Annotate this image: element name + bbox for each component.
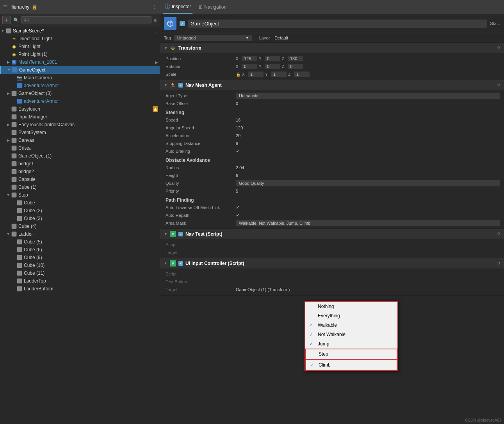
rotation-y-value[interactable]: 0 (265, 64, 280, 69)
popup-item-nothing[interactable]: Nothing (305, 302, 397, 311)
gameobject-enabled-checkbox[interactable]: ✓ (180, 21, 185, 26)
options-icon[interactable]: ⋮ (154, 29, 158, 33)
hierarchy-item-gameobject[interactable]: ▼ GameObject (0, 66, 160, 74)
hierarchy-item-bridge2[interactable]: bridge2 (0, 168, 160, 175)
hierarchy-item-ladderbottom[interactable]: LadderBottom (0, 285, 160, 293)
position-x-value[interactable]: 125 (242, 56, 257, 61)
nav-test-help-icon[interactable]: ? (497, 231, 500, 237)
hierarchy-item-meshterrain[interactable]: ▶ M MeshTerrain_1001 ▶ (0, 58, 160, 66)
speed-value[interactable]: 16 (236, 118, 500, 122)
hierarchy-item-step[interactable]: ▼ Step (0, 191, 160, 199)
height-value[interactable]: 6 (236, 173, 500, 178)
position-y-field[interactable]: Y 0 (259, 56, 280, 61)
hierarchy-item-cube-10[interactable]: Cube (10) (0, 261, 160, 269)
scale-z-value[interactable]: 1 (294, 72, 310, 77)
hierarchy-item-cube-11[interactable]: Cube (11) (0, 269, 160, 277)
target-label: Target (166, 250, 236, 255)
hierarchy-item-cristal[interactable]: Cristal (0, 144, 160, 152)
area-mask-popup[interactable]: Nothing Everything ✓ Walkable ✓ Not Walk… (305, 301, 398, 371)
hierarchy-item-cube-9[interactable]: Cube (9) (0, 254, 160, 261)
auto-repath-checkbox[interactable]: ✓ (236, 213, 240, 218)
search-input[interactable] (21, 16, 151, 23)
hierarchy-item-directional-light[interactable]: ☀ Directional Light (0, 35, 160, 43)
scale-y-value[interactable]: 1 (271, 72, 287, 77)
hierarchy-item-laddertop[interactable]: LadderTop (0, 277, 160, 285)
area-mask-dropdown[interactable]: Walkable, Not Walkable, Jump, Climb (236, 220, 500, 226)
radius-value[interactable]: 2.04 (236, 165, 500, 170)
hierarchy-item-samplescene[interactable]: ▼ SampleScene* ⋮ (0, 27, 160, 35)
tag-dropdown[interactable]: Untagged ▼ (174, 35, 252, 41)
hierarchy-item-main-camera[interactable]: 📷 Main Camera (0, 74, 160, 82)
hierarchy-item-capsule[interactable]: Capsule (0, 175, 160, 183)
stopping-distance-value[interactable]: 8 (236, 141, 500, 146)
auto-braking-checkbox[interactable]: ✓ (236, 148, 240, 154)
hierarchy-item-adventurer-armor[interactable]: adventurerArmor (0, 82, 160, 89)
popup-item-climb[interactable]: ✓ Climb (305, 360, 397, 370)
menu-icon[interactable]: ⋮ (153, 5, 157, 9)
hierarchy-item-cube-step1[interactable]: Cube (0, 199, 160, 207)
ui-input-help-icon[interactable]: ? (497, 261, 500, 267)
navmesh-enabled-checkbox[interactable]: ✓ (178, 83, 183, 88)
hierarchy-item-cube-6[interactable]: Cube (6) (0, 246, 160, 254)
scale-z-field[interactable]: Z 1 (288, 72, 310, 77)
popup-item-not-walkable[interactable]: ✓ Not Walkable (305, 330, 397, 339)
transform-header[interactable]: ▼ ⊕ Transform ? (160, 43, 504, 53)
hierarchy-item-cube-step3[interactable]: Cube (3) (0, 215, 160, 222)
transform-help-icon[interactable]: ? (497, 45, 500, 51)
hierarchy-item-eventsystem[interactable]: EventSystem (0, 129, 160, 136)
scale-y-field[interactable]: Y 1 (265, 72, 287, 77)
hierarchy-item-cube-4[interactable]: Cube (4) (0, 222, 160, 230)
angular-speed-value[interactable]: 120 (236, 125, 500, 130)
hierarchy-item-cube-1[interactable]: Cube (1) (0, 183, 160, 191)
hierarchy-item-easytouch[interactable]: Easytouch (0, 105, 160, 113)
position-z-field[interactable]: Z 130 (282, 56, 303, 61)
hierarchy-item-cube-5[interactable]: Cube (5) (0, 238, 160, 246)
scale-x-value[interactable]: 1 (248, 72, 264, 77)
navmesh-header[interactable]: ▼ 🏃 ✓ Nav Mesh Agent ? (160, 80, 504, 90)
nav-test-enabled-checkbox[interactable]: ✓ (178, 232, 183, 236)
lock-icon[interactable]: 🔒 (32, 4, 37, 10)
rotation-z-field[interactable]: Z 0 (282, 64, 303, 69)
hierarchy-item-point-light-1[interactable]: ◉ Point Light (1) (0, 50, 160, 58)
rotation-y-field[interactable]: Y 0 (259, 64, 280, 69)
hierarchy-item-cube-step2[interactable]: Cube (2) (0, 207, 160, 215)
rotation-z-value[interactable]: 0 (288, 64, 303, 69)
position-z-value[interactable]: 130 (288, 56, 303, 61)
hierarchy-item-ladder[interactable]: ▼ Ladder (0, 230, 160, 238)
ui-input-enabled-checkbox[interactable]: ✓ (178, 261, 183, 266)
position-y-value[interactable]: 0 (265, 56, 280, 61)
ui-input-script-row: Script (160, 270, 504, 278)
priority-value[interactable]: 5 (236, 189, 500, 193)
popup-item-everything[interactable]: Everything (305, 311, 397, 320)
hierarchy-item-gameobject-1[interactable]: GameObject (1) (0, 152, 160, 160)
base-offset-value[interactable]: 0 (236, 101, 500, 106)
agent-type-dropdown[interactable]: Humanoid (236, 93, 500, 99)
auto-traverse-checkbox[interactable]: ✓ (236, 205, 240, 210)
navmesh-help-icon[interactable]: ? (497, 82, 500, 88)
hierarchy-item-adventurer-armor-2[interactable]: adventurerArmor (0, 97, 160, 105)
popup-item-step[interactable]: Step (305, 349, 397, 360)
quality-dropdown[interactable]: Good Quality (236, 180, 500, 186)
hierarchy-title[interactable]: Hierarchy (9, 4, 29, 10)
ui-target-value[interactable]: GameObject (1) (Transform) (236, 287, 500, 292)
hierarchy-item-canvas[interactable]: ▶ Canvas (0, 136, 160, 144)
hierarchy-item-gameobject-3[interactable]: ▶ GameObject (3) (0, 89, 160, 97)
hierarchy-item-point-light[interactable]: ◉ Point Light (0, 43, 160, 50)
popup-item-jump[interactable]: ✓ Jump (305, 339, 397, 349)
scale-x-field[interactable]: X 1 (242, 72, 264, 77)
add-button[interactable]: + (2, 16, 11, 24)
sx-axis-label: X (242, 72, 247, 77)
acceleration-value[interactable]: 20 (236, 133, 500, 138)
position-x-field[interactable]: X 125 (236, 56, 257, 61)
rotation-x-value[interactable]: 0 (242, 64, 257, 69)
popup-item-walkable[interactable]: ✓ Walkable (305, 320, 397, 330)
hierarchy-item-easytouchcanvas[interactable]: ▶ EasyTouchControlsCanvas (0, 121, 160, 129)
rotation-x-field[interactable]: X 0 (236, 64, 257, 69)
hierarchy-item-inputmanager[interactable]: InputManager (0, 113, 160, 121)
gameobject-name-field[interactable]: GameObject (188, 20, 487, 28)
inspector-tab[interactable]: ⓘ Inspector (163, 0, 192, 14)
ui-input-header[interactable]: ▼ # ✓ UI Input Controller (Script) ? (160, 258, 504, 268)
navigation-tab[interactable]: ⊞ Navigation (197, 0, 228, 14)
hierarchy-item-bridge1[interactable]: bridge1 (0, 160, 160, 168)
nav-test-header[interactable]: ▼ # ✓ Nav Test (Script) ? (160, 229, 504, 239)
